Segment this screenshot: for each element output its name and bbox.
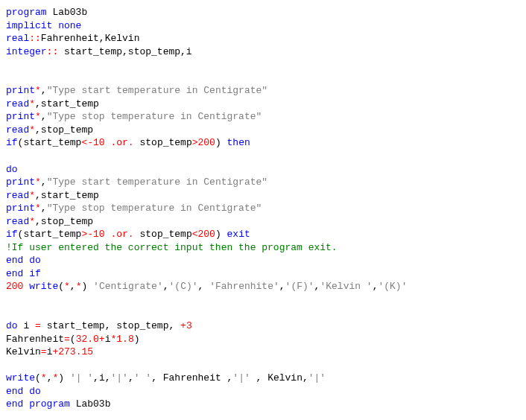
token-txt: i <box>18 320 35 331</box>
token-op: = <box>35 320 41 331</box>
code-line: do i = start_temp, stop_temp, +3 <box>6 319 520 333</box>
token-str: 'Kelvin ' <box>320 281 372 292</box>
code-line: print*,"Type stop temperature in Centigr… <box>6 110 520 124</box>
token-op: * <box>41 372 47 384</box>
code-line: !If user entered the correct input then … <box>6 241 520 255</box>
token-op: .or. <box>110 137 133 148</box>
code-line: Kelvin=i+273.15 <box>6 346 520 359</box>
token-txt: stop_temp <box>134 137 192 148</box>
token-txt: Lab03b <box>70 398 111 410</box>
token-kw: exit <box>227 229 250 240</box>
code-line: print*,"Type start temperature in Centig… <box>6 84 520 98</box>
token-kw: end do <box>6 255 41 266</box>
token-txt: ) <box>58 372 70 384</box>
code-line: 200 write(*,*) 'Centigrate','(C)', 'Fahr… <box>6 280 520 293</box>
token-num: 200 <box>6 281 23 292</box>
token-kw: end do <box>6 386 41 397</box>
code-line <box>6 307 520 320</box>
code-line: integer:: start_temp,stop_temp,i <box>6 45 520 59</box>
token-op: * <box>35 203 41 214</box>
token-txt: (start_temp <box>18 229 82 240</box>
code-line <box>6 293 520 307</box>
token-num: 1.8 <box>116 334 133 345</box>
token-txt: Kelvin <box>6 346 41 357</box>
code-line: read*,stop_temp <box>6 124 520 137</box>
token-kw: implicit none <box>6 20 81 31</box>
token-op: <- <box>81 137 93 148</box>
token-op: * <box>35 176 41 188</box>
code-line <box>6 58 520 71</box>
token-op: :: <box>29 33 41 44</box>
token-txt: Fahrenheit,Kelvin <box>41 33 140 44</box>
code-line: Fahrenheit=(32.0+i*1.8) <box>6 333 520 346</box>
token-kw: end program <box>6 398 70 410</box>
token-str: '| ' <box>70 372 93 384</box>
token-num: 32.0 <box>76 334 99 345</box>
code-line <box>6 71 520 85</box>
token-kw: if <box>6 137 18 148</box>
token-op: = <box>64 334 70 345</box>
code-line: read*,start_temp <box>6 189 520 203</box>
token-txt: ) <box>81 281 93 292</box>
code-line: do <box>6 163 520 176</box>
code-line: real::Fahrenheit,Kelvin <box>6 32 520 45</box>
token-txt: ( <box>58 281 64 292</box>
token-kw: read <box>6 98 29 109</box>
token-txt: ,i, <box>93 372 110 384</box>
token-txt: , <box>41 176 47 188</box>
token-txt: , <box>41 111 47 122</box>
token-txt: , <box>163 281 169 292</box>
token-txt: ,start_temp <box>35 98 99 109</box>
code-line: print*,"Type stop temperature in Centigr… <box>6 202 520 215</box>
token-txt: ,start_temp <box>35 190 99 201</box>
token-num: 3 <box>186 320 192 331</box>
token-num: 10 <box>93 229 105 240</box>
code-line: read*,stop_temp <box>6 215 520 229</box>
token-op: * <box>35 85 41 96</box>
token-txt: ) <box>215 229 227 240</box>
token-txt: , Kelvin, <box>250 372 308 384</box>
token-op: .or. <box>110 229 133 240</box>
token-kw: then <box>227 137 250 148</box>
code-line: if(start_temp>-10 .or. stop_temp<200) ex… <box>6 228 520 241</box>
token-str: '(C)' <box>169 281 198 292</box>
code-line <box>6 359 520 372</box>
token-op: * <box>29 124 35 136</box>
token-op: * <box>29 190 35 201</box>
code-line: end do <box>6 385 520 398</box>
token-kw: program <box>6 7 47 18</box>
token-str: ' ' <box>134 372 151 384</box>
token-kw: write <box>6 372 35 384</box>
token-txt: ) <box>134 334 140 345</box>
token-txt: Lab03b <box>47 7 88 18</box>
token-str: 'Centigrate' <box>93 281 163 292</box>
token-num: 273.15 <box>58 346 93 357</box>
token-txt: , <box>279 281 285 292</box>
code-line: end do <box>6 254 520 267</box>
token-op: * <box>29 98 35 109</box>
token-str: '|' <box>111 372 128 384</box>
token-num: 200 <box>198 137 215 148</box>
token-kw: do <box>6 320 18 331</box>
token-kw: integer <box>6 46 47 57</box>
token-op: :: <box>47 46 64 57</box>
token-str: "Type start temperature in Centigrate" <box>47 85 267 96</box>
code-line: read*,start_temp <box>6 98 520 111</box>
token-op: < <box>192 229 198 240</box>
token-str: 'Fahrenhite' <box>209 281 279 292</box>
token-txt: , <box>128 372 134 384</box>
token-txt: , <box>41 85 47 96</box>
token-txt: , Fahrenheit , <box>151 372 232 384</box>
token-txt: start_temp,stop_temp,i <box>64 46 192 57</box>
token-kw: read <box>6 190 29 201</box>
code-line: program Lab03b <box>6 6 520 19</box>
token-kw: read <box>6 216 29 227</box>
token-op: + <box>99 334 105 345</box>
token-kw: print <box>6 203 35 214</box>
token-txt: ( <box>35 372 41 384</box>
code-line <box>6 150 520 163</box>
token-kw: print <box>6 85 35 96</box>
code-line: if(start_temp<-10 .or. stop_temp>200) th… <box>6 136 520 150</box>
token-kw: print <box>6 176 35 188</box>
token-txt: Fahrenheit <box>6 334 64 345</box>
